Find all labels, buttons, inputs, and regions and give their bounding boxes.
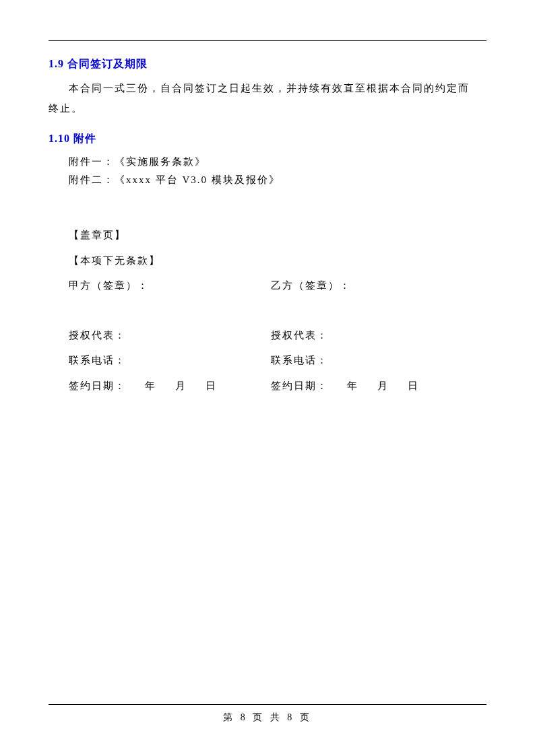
attachment-2: 附件二：《xxxx 平台 V3.0 模块及报价》 [69,171,486,189]
day-a: 日 [206,374,217,399]
party-b-date: 签约日期： 年 月 日 [271,374,486,399]
section-19-line2: 终止。 [49,98,486,118]
month-a: 月 [175,374,187,399]
seal-page-label: 【盖章页】 [69,223,486,248]
party-b-phone: 联系电话： [271,348,486,374]
party-a-signature: 甲方（签章）： [69,273,271,299]
sign-date-row: 签约日期： 年 月 日 签约日期： 年 月 日 [69,374,486,399]
party-a-date: 签约日期： 年 月 日 [69,374,271,399]
party-a-phone: 联系电话： [69,348,271,374]
party-b-signature: 乙方（签章）： [271,273,486,299]
seal-section: 【盖章页】 【本项下无条款】 甲方（签章）： 乙方（签章）： 授权代表： 授权代… [69,223,486,399]
section-19-line1: 本合同一式三份，自合同签订之日起生效，并持续有效直至根据本合同的约定而 [49,78,486,98]
bottom-divider [49,704,486,705]
footer: 第 8 页 共 8 页 [49,704,486,724]
year-a: 年 [145,374,156,399]
date-label-b: 签约日期： [271,374,328,399]
month-b: 月 [377,374,389,399]
section-110-heading: 1.10 附件 [49,132,486,146]
party-a-auth-rep: 授权代表： [69,323,271,349]
attachment-list: 附件一：《实施服务条款》 附件二：《xxxx 平台 V3.0 模块及报价》 [69,153,486,189]
no-clause-label: 【本项下无条款】 [69,248,486,274]
date-label-a: 签约日期： [69,374,126,399]
day-b: 日 [408,374,419,399]
top-divider [49,40,486,41]
section-19-body: 本合同一式三份，自合同签订之日起生效，并持续有效直至根据本合同的约定而 终止。 [49,78,486,118]
year-b: 年 [347,374,358,399]
section-19-heading: 1.9 合同签订及期限 [49,57,486,71]
page-number: 第 8 页 共 8 页 [49,712,486,724]
party-b-auth-rep: 授权代表： [271,323,486,349]
attachment-1: 附件一：《实施服务条款》 [69,153,486,171]
contact-phone-row: 联系电话： 联系电话： [69,348,486,374]
auth-rep-row: 授权代表： 授权代表： [69,323,486,349]
signature-row: 甲方（签章）： 乙方（签章）： [69,273,486,299]
